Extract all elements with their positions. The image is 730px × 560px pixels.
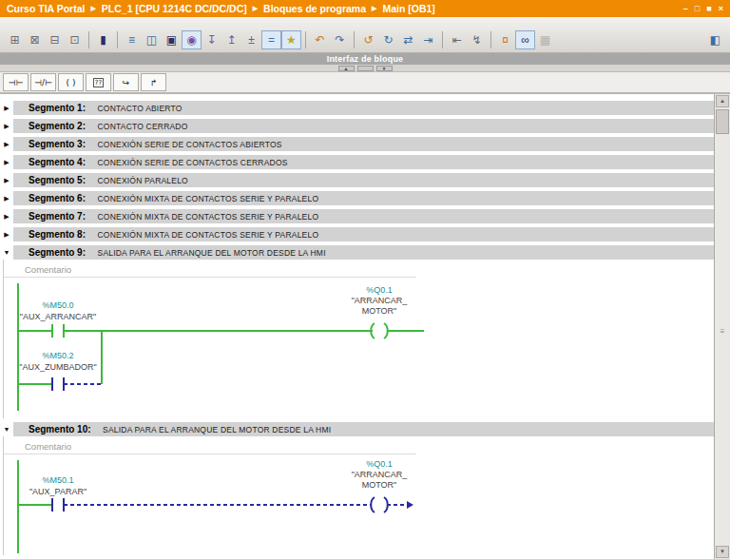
segment-title[interactable]: CONEXIÓN MIXTA DE CONTACTOS SERIE Y PARA…: [98, 212, 319, 222]
segment-header-1[interactable]: Segmento 1: CONTACTO ABIERTO: [13, 101, 714, 115]
favorites-visibility-toggle-icon[interactable]: ★: [281, 30, 301, 49]
insert-column-icon[interactable]: ⊡: [65, 30, 85, 49]
segment-header-8[interactable]: Segmento 8: CONEXIÓN MIXTA DE CONTACTOS …: [13, 227, 714, 241]
coil-paren-incomplete[interactable]: [371, 497, 375, 512]
operand-tag[interactable]: "AUX_PARAR": [29, 487, 86, 496]
coil-icon[interactable]: ( ): [58, 73, 84, 91]
open-all-networks-icon[interactable]: ◫: [142, 30, 162, 49]
restore-icon[interactable]: □: [695, 5, 700, 13]
splitter-up-icon[interactable]: ▲: [338, 66, 355, 71]
segment-number: Segmento 9:: [29, 247, 86, 258]
segment-title[interactable]: CONEXIÓN SERIE DE CONTACTOS ABIERTOS: [98, 140, 282, 149]
close-all-networks-icon[interactable]: ▣: [162, 30, 182, 49]
operand-tag[interactable]: "ARRANCAR_: [352, 296, 409, 305]
undo-icon[interactable]: ↶: [310, 30, 330, 49]
network-comment-placeholder[interactable]: Comentario: [4, 436, 416, 454]
segment-title[interactable]: CONEXIÓN PARALELO: [98, 176, 188, 185]
consistency-check-icon[interactable]: ⇥: [418, 30, 438, 49]
breadcrumb-program-blocks[interactable]: Bloques de programa: [263, 3, 366, 14]
expand-triangle-icon[interactable]: ▶: [0, 137, 13, 151]
operand-tag[interactable]: "ARRANCAR_: [352, 470, 409, 479]
scroll-down-icon[interactable]: ▼: [716, 546, 729, 558]
maximize-icon[interactable]: ■: [706, 5, 711, 13]
vertical-scrollbar[interactable]: ▲ ≡ ▼: [714, 94, 730, 559]
segment-header-3[interactable]: Segmento 3: CONEXIÓN SERIE DE CONTACTOS …: [13, 137, 714, 151]
redo-icon[interactable]: ↷: [330, 30, 350, 49]
editor-layout-icon[interactable]: ◧: [705, 30, 725, 49]
splitter-down-icon[interactable]: ▼: [376, 66, 393, 71]
operand-tag[interactable]: MOTOR": [362, 306, 397, 316]
segment-header-2[interactable]: Segmento 2: CONTACTO CERRADO: [13, 119, 714, 133]
symbol-information-toggle-icon[interactable]: =: [261, 30, 281, 49]
segment-title[interactable]: CONEXIÓN MIXTA DE CONTACTOS SERIE Y PARA…: [98, 230, 319, 240]
close-icon[interactable]: ×: [719, 5, 723, 13]
collapse-triangle-icon[interactable]: ▼: [0, 245, 13, 260]
segment-header-5[interactable]: Segmento 5: CONEXIÓN PARALELO: [13, 173, 714, 187]
scrollbar-thumb[interactable]: [716, 109, 729, 134]
collapse-triangle-icon[interactable]: ▼: [0, 422, 13, 436]
expand-collapse-operands-icon[interactable]: ±: [241, 30, 261, 49]
operand-address[interactable]: %Q0.1: [366, 285, 393, 295]
segment-header-7[interactable]: Segmento 7: CONEXIÓN MIXTA DE CONTACTOS …: [13, 209, 714, 223]
no-contact-icon[interactable]: ⊣⊢: [3, 73, 29, 91]
segment-header-9[interactable]: Segmento 9: SALIDA PARA EL ARRANQUE DEL …: [13, 245, 714, 260]
expand-triangle-icon[interactable]: ▶: [0, 101, 13, 115]
coil-paren[interactable]: [371, 323, 375, 338]
operand-address[interactable]: %Q0.1: [366, 459, 393, 469]
block-interface-bar[interactable]: Interfaz de bloque: [0, 53, 730, 65]
segment-title[interactable]: SALIDA PARA EL ARRANQUE DEL MOTOR DESDE …: [98, 248, 326, 258]
operand-tag[interactable]: MOTOR": [362, 480, 397, 490]
segment-header-6[interactable]: Segmento 6: CONEXIÓN MIXTA DE CONTACTOS …: [13, 191, 714, 205]
operand-tag[interactable]: "AUX_ZUMBADOR": [19, 362, 96, 372]
empty-box-glyph: ??: [93, 78, 104, 87]
segment-title[interactable]: CONEXIÓN MIXTA DE CONTACTOS SERIE Y PARA…: [98, 194, 319, 203]
operand-tag[interactable]: "AUX_ARRANCAR": [20, 312, 96, 321]
insert-network-icon[interactable]: ⊞: [5, 30, 25, 49]
nc-contact-icon[interactable]: ⊣/⊢: [30, 73, 56, 91]
segment-title[interactable]: CONTACTO CERRADO: [98, 122, 188, 131]
insert-row-icon[interactable]: ⊟: [45, 30, 65, 49]
open-branch-icon[interactable]: ↪: [113, 73, 139, 91]
segment-number: Segmento 3:: [29, 139, 86, 149]
insert-block-call-icon[interactable]: ▮: [93, 30, 113, 49]
expand-triangle-icon[interactable]: ▶: [0, 155, 13, 169]
close-branch-icon[interactable]: ↱: [141, 73, 166, 91]
toolbar-separator: [88, 31, 89, 48]
collapse-ladder-up-icon[interactable]: ↥: [221, 30, 241, 49]
breadcrumb-plc[interactable]: PLC_1 [CPU 1214C DC/DC/DC]: [102, 3, 247, 14]
search-in-block-icon[interactable]: ¤: [495, 30, 515, 49]
expand-ladder-down-icon[interactable]: ↧: [202, 30, 221, 49]
expand-triangle-icon[interactable]: ▶: [0, 209, 13, 223]
operand-address[interactable]: %M50.2: [42, 351, 73, 360]
go-to-definition-icon[interactable]: ⇤: [447, 30, 467, 49]
network-comments-toggle-icon[interactable]: ◉: [182, 30, 202, 49]
segment-header-4[interactable]: Segmento 4: CONEXIÓN SERIE DE CONTACTOS …: [13, 155, 714, 169]
segment-title[interactable]: SALIDA PARA EL ARRANQUE DEL MOTOR DESDE …: [103, 425, 331, 434]
network-comment-placeholder[interactable]: Comentario: [4, 260, 416, 278]
breadcrumb-project[interactable]: Curso TIA Portal: [7, 3, 85, 14]
splitter-grip[interactable]: [357, 66, 374, 71]
absolute-operands-icon[interactable]: ≡: [122, 30, 142, 49]
segment-number: Segmento 8:: [29, 229, 86, 240]
delete-network-icon[interactable]: ⊠: [25, 30, 45, 49]
expand-triangle-icon[interactable]: ▶: [0, 173, 13, 187]
interface-splitter[interactable]: ▲ ▼: [0, 65, 730, 72]
go-to-next-error-icon[interactable]: ↻: [378, 30, 398, 49]
operand-address[interactable]: %M50.1: [42, 475, 73, 485]
scrollbar-grip[interactable]: ≡: [715, 328, 730, 336]
operand-address[interactable]: %M50.0: [42, 300, 73, 310]
expand-triangle-icon[interactable]: ▶: [0, 227, 13, 241]
update-block-calls-icon[interactable]: ⇄: [398, 30, 418, 49]
minimize-icon[interactable]: –: [683, 5, 688, 13]
monitoring-toggle-icon[interactable]: ∞: [515, 30, 535, 49]
segment-title[interactable]: CONTACTO ABIERTO: [98, 104, 182, 113]
empty-box-icon[interactable]: ??: [86, 73, 111, 91]
go-to-usage-icon[interactable]: ↯: [467, 30, 487, 49]
segment-title[interactable]: CONEXIÓN SERIE DE CONTACTOS CERRADOS: [98, 158, 288, 167]
expand-triangle-icon[interactable]: ▶: [0, 191, 13, 205]
go-to-previous-error-icon[interactable]: ↺: [358, 30, 378, 49]
segment-header-10[interactable]: Segmento 10: SALIDA PARA EL ARRANQUE DEL…: [13, 422, 714, 436]
scroll-up-icon[interactable]: ▲: [716, 95, 729, 107]
breadcrumb-main-ob1[interactable]: Main [OB1]: [382, 3, 434, 14]
expand-triangle-icon[interactable]: ▶: [0, 119, 13, 133]
